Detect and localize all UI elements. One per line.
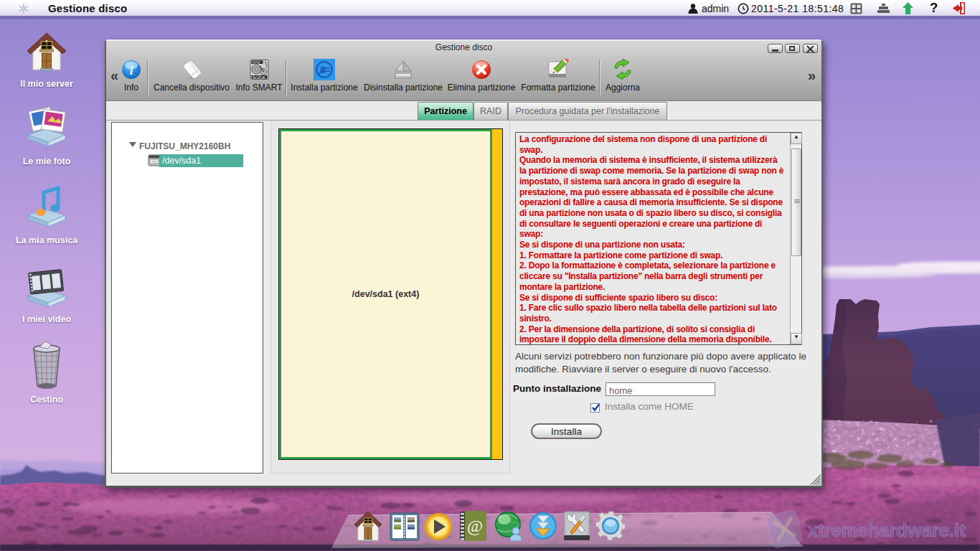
svg-text:i: i	[130, 64, 133, 77]
svg-text:xtremehardware.it: xtremehardware.it	[808, 520, 966, 540]
